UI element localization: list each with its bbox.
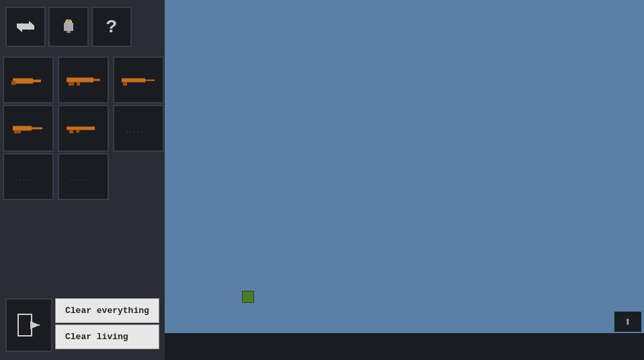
item-cell-9-empty [113,153,164,200]
context-menu: Clear everything Clear living [55,298,159,349]
svg-rect-19 [69,130,73,134]
svg-rect-10 [69,83,74,86]
item-cell-6[interactable]: ..... [113,105,164,152]
item-cell-3[interactable] [113,56,164,103]
svg-rect-20 [76,130,79,133]
bottom-right-icon[interactable]: ⬆ [614,312,641,332]
item-cell-4[interactable] [3,105,54,152]
svg-rect-7 [11,81,15,85]
item-cell-7[interactable]: ..... [3,153,54,200]
svg-rect-24 [18,314,32,336]
svg-rect-1 [64,23,73,31]
svg-rect-2 [67,31,71,33]
svg-text:.....: ..... [15,175,33,182]
svg-rect-12 [122,79,145,83]
svg-rect-18 [67,127,95,130]
ground: ⬆ [165,333,644,360]
svg-rect-15 [13,126,32,131]
svg-rect-11 [77,83,80,86]
game-area[interactable] [165,0,644,333]
svg-rect-8 [67,78,93,83]
top-toolbar: ? [0,0,165,54]
item-cell-1[interactable] [3,56,54,103]
item-cell-2[interactable] [58,56,109,103]
item-cell-5[interactable] [58,105,109,152]
svg-text:.....: ..... [125,127,143,134]
game-item [242,291,254,303]
svg-text:.....: ..... [70,175,88,182]
svg-rect-9 [93,79,100,81]
svg-rect-13 [145,80,155,81]
unknown-button[interactable] [48,7,89,47]
clear-everything-button[interactable]: Clear everything [55,298,159,323]
help-button[interactable]: ? [91,7,132,47]
svg-rect-5 [13,79,33,84]
svg-rect-6 [33,80,41,83]
items-grid: ..... ..... ..... [0,54,165,203]
svg-rect-4 [66,19,71,21]
swap-button[interactable] [5,7,46,47]
svg-rect-14 [123,83,127,86]
exit-button[interactable] [5,298,52,352]
svg-rect-16 [32,128,42,130]
bottom-left-panel: Clear everything Clear living [0,293,165,360]
clear-living-button[interactable]: Clear living [55,324,159,349]
svg-rect-17 [14,131,21,134]
item-cell-8[interactable]: ..... [58,153,109,200]
